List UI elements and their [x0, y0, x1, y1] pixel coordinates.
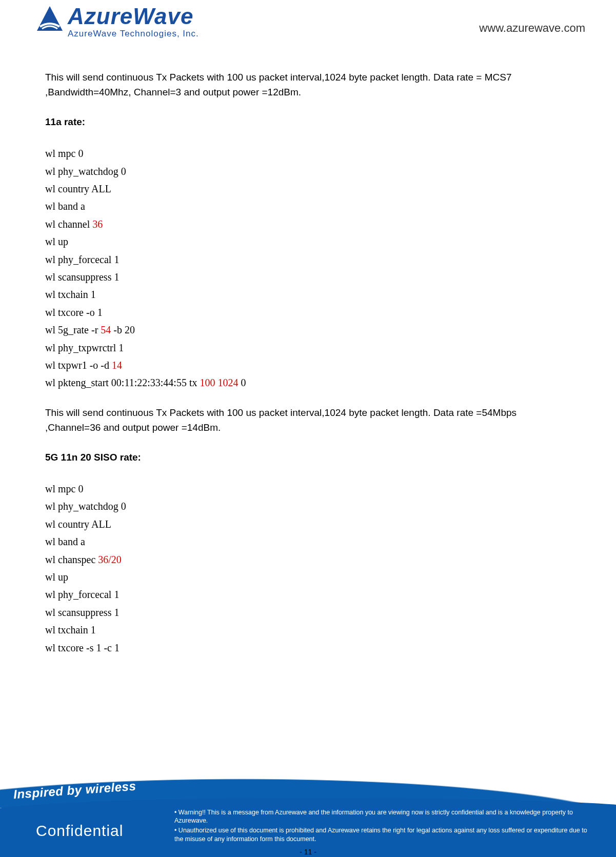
cmd-param-red: 54	[101, 324, 111, 335]
logo-main-text: AzureWave	[68, 5, 199, 28]
cmd-line: wl chanspec 36/20	[45, 551, 571, 568]
cmd-param-red: 100 1024	[200, 377, 238, 388]
page-number: - 11 -	[0, 848, 616, 856]
cmd-line: wl txchain 1	[45, 286, 571, 303]
cmd-text: wl pkteng_start 00:11:22:33:44:55 tx	[45, 377, 200, 388]
cmd-line: wl scansuppress 1	[45, 268, 571, 286]
page-footer: Inspired by wireless Confidential • Warn…	[0, 754, 616, 857]
cmd-line: wl band a	[45, 533, 571, 550]
cmd-param-red: 36/20	[98, 554, 122, 565]
page-header: AzureWave AzureWave Technologies, Inc. w…	[0, 0, 616, 39]
cmd-line: wl country ALL	[45, 515, 571, 533]
page-content: This will send continuous Tx Packets wit…	[0, 39, 616, 656]
cmd-param-red: 36	[92, 218, 103, 230]
footer-warning-2: • Unauthorized use of this document is p…	[174, 826, 595, 844]
cmd-line: wl country ALL	[45, 180, 571, 197]
footer-warning-block: • Warning!! This is a message from Azure…	[174, 808, 595, 845]
cmd-text: -b 20	[111, 324, 135, 335]
command-block-5g11n: wl mpc 0 wl phy_watchdog 0 wl country AL…	[45, 480, 571, 656]
cmd-line: wl mpc 0	[45, 145, 571, 162]
cmd-line: wl 5g_rate -r 54 -b 20	[45, 321, 571, 338]
cmd-line: wl channel 36	[45, 215, 571, 233]
footer-warning-1: • Warning!! This is a message from Azure…	[174, 808, 595, 826]
section-title-11a: 11a rate:	[45, 114, 571, 129]
header-url: www.azurewave.com	[479, 22, 585, 35]
azurewave-logo-icon	[36, 5, 64, 33]
cmd-line: wl pkteng_start 00:11:22:33:44:55 tx 100…	[45, 374, 571, 391]
cmd-param-red: 14	[112, 360, 122, 371]
cmd-line: wl phy_watchdog 0	[45, 163, 571, 180]
cmd-line: wl phy_forcecal 1	[45, 251, 571, 268]
cmd-line: wl phy_forcecal 1	[45, 586, 571, 603]
cmd-line: wl up	[45, 568, 571, 586]
cmd-text: 0	[238, 377, 246, 388]
cmd-line: wl txcore -o 1	[45, 304, 571, 321]
cmd-line: wl band a	[45, 197, 571, 215]
cmd-line: wl phy_watchdog 0	[45, 497, 571, 515]
logo-block: AzureWave AzureWave Technologies, Inc.	[36, 5, 199, 39]
cmd-text: wl chanspec	[45, 554, 98, 565]
cmd-line: wl scansuppress 1	[45, 604, 571, 621]
intro-paragraph-2: This will send continuous Tx Packets wit…	[45, 405, 571, 435]
cmd-line: wl mpc 0	[45, 480, 571, 497]
section-title-5g11n: 5G 11n 20 SISO rate:	[45, 450, 571, 465]
cmd-text: wl channel	[45, 218, 92, 230]
footer-confidential: Confidential	[36, 822, 123, 840]
command-block-11a: wl mpc 0 wl phy_watchdog 0 wl country AL…	[45, 145, 571, 391]
logo-sub-text: AzureWave Technologies, Inc.	[68, 29, 199, 39]
cmd-text: wl txpwr1 -o -d	[45, 360, 112, 371]
intro-paragraph-1: This will send continuous Tx Packets wit…	[45, 70, 571, 100]
cmd-line: wl txpwr1 -o -d 14	[45, 356, 571, 374]
cmd-text: wl 5g_rate -r	[45, 324, 101, 335]
cmd-line: wl phy_txpwrctrl 1	[45, 339, 571, 356]
cmd-line: wl txcore -s 1 -c 1	[45, 639, 571, 656]
logo-text: AzureWave AzureWave Technologies, Inc.	[68, 5, 199, 39]
cmd-line: wl txchain 1	[45, 621, 571, 639]
cmd-line: wl up	[45, 233, 571, 250]
